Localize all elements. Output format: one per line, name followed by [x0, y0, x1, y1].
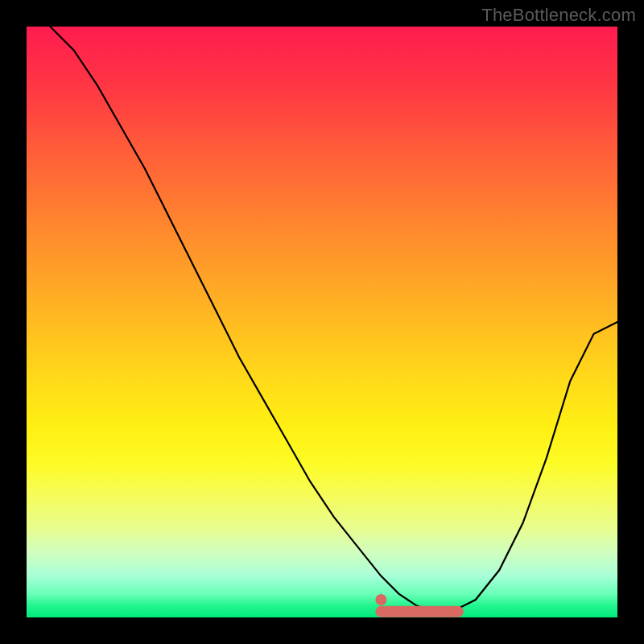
chart-svg — [27, 27, 617, 617]
watermark-text: TheBottleneck.com — [481, 5, 636, 26]
highlight-start-dot — [375, 594, 386, 605]
curve-line — [50, 27, 617, 612]
plot-area — [27, 27, 617, 617]
chart-frame: TheBottleneck.com — [0, 0, 644, 644]
